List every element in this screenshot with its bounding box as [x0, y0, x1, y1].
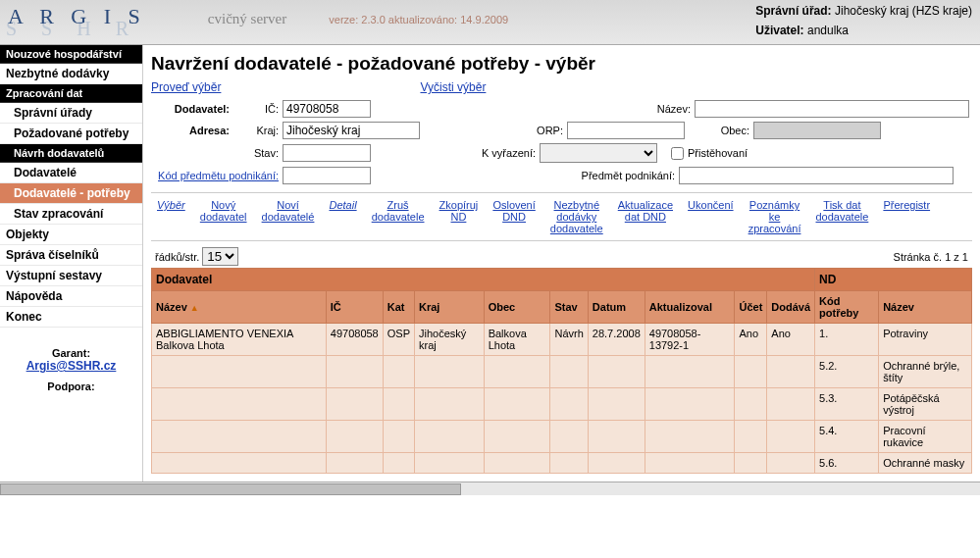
horizontal-scrollbar[interactable] — [0, 482, 980, 495]
act-ukonceni[interactable]: Ukončení — [682, 199, 739, 211]
link-kod-predmetu[interactable]: Kód předmětu podnikání: — [151, 170, 279, 181]
act-vyber[interactable]: Výběr — [151, 199, 191, 211]
lbl-pristehovani: Přistěhovaní — [688, 147, 748, 159]
cell-obec — [484, 421, 550, 453]
cell-obec — [484, 356, 550, 388]
act-detail[interactable]: Detail — [323, 199, 362, 211]
admin-label: Správní úřad: — [755, 4, 831, 18]
nav-spravni[interactable]: Správní úřady — [0, 103, 142, 124]
cell-datum — [588, 453, 645, 474]
cell-akt — [645, 453, 735, 474]
cell-dodava — [767, 356, 815, 388]
main-content: Navržení dodavatelé - požadované potřeby… — [143, 45, 980, 482]
input-kod-predmetu[interactable] — [283, 167, 371, 184]
results-table: Dodavatel ND Název ▲ IČ Kat Kraj Obec St… — [151, 268, 972, 474]
lbl-orp: ORP: — [518, 125, 563, 136]
cell-dodava — [767, 388, 815, 421]
th-obec[interactable]: Obec — [484, 291, 550, 324]
cell-ndnazev: Potápěčská výstroj — [879, 388, 972, 421]
input-predmet[interactable] — [679, 167, 954, 184]
table-row[interactable]: ABBIGLIAMENTO VENEXIA Balkova Lhota49708… — [152, 324, 972, 356]
app-header: S S H R A R G I S cvičný server verze: 2… — [0, 0, 980, 45]
cell-kod: 5.3. — [815, 388, 879, 421]
input-ic[interactable] — [283, 100, 371, 118]
cell-kraj — [414, 421, 484, 453]
user-label: Uživatel: — [755, 24, 803, 37]
scrollbar-thumb[interactable] — [0, 483, 461, 495]
user-value: andulka — [807, 24, 849, 37]
input-nazev[interactable] — [695, 100, 969, 118]
nav-stav[interactable]: Stav zpracování — [0, 204, 142, 225]
th-nazev[interactable]: Název ▲ — [152, 291, 327, 324]
th-kraj[interactable]: Kraj — [414, 291, 484, 324]
input-orp[interactable] — [567, 122, 685, 139]
nav-zpracovani[interactable]: Zpracování dat — [0, 84, 142, 103]
lbl-stav: Stav: — [233, 147, 279, 159]
nav-navrh[interactable]: Návrh dodavatelů — [0, 144, 142, 163]
select-kvyrazeni[interactable] — [540, 143, 657, 163]
cell-stav — [550, 388, 588, 421]
link-proved-vyber[interactable]: Proveď výběr — [151, 80, 221, 94]
cell-akt — [645, 421, 735, 453]
nav-vystup[interactable]: Výstupní sestavy — [0, 266, 142, 286]
act-novi-dodavatele[interactable]: Novídodavatelé — [256, 199, 321, 223]
th-akt[interactable]: Aktualizoval — [645, 291, 735, 324]
act-nezbytne[interactable]: Nezbytnédodávkydodavatele — [544, 199, 609, 234]
chk-pristehovani[interactable] — [671, 147, 684, 160]
nav-nezbytne[interactable]: Nezbytné dodávky — [0, 64, 142, 84]
cell-ic — [326, 388, 383, 421]
nav-dod-potreby[interactable]: Dodavatelé - potřeby — [0, 183, 142, 204]
cell-nazev — [152, 356, 327, 388]
th-dodava[interactable]: Dodává — [767, 291, 815, 324]
cell-ucet — [735, 421, 767, 453]
table-row[interactable]: 5.4.Pracovní rukavice — [152, 421, 972, 453]
nav-pozadovane[interactable]: Požadované potřeby — [0, 124, 142, 144]
th-datum[interactable]: Datum — [588, 291, 645, 324]
th-ucet[interactable]: Účet — [735, 291, 767, 324]
th-kod[interactable]: Kód potřeby — [815, 291, 879, 324]
act-novy-dodavatel[interactable]: Novýdodavatel — [194, 199, 253, 223]
link-vycisti-vyber[interactable]: Vyčisti výběr — [420, 80, 486, 94]
nav-objekty[interactable]: Objekty — [0, 225, 142, 245]
th-kat[interactable]: Kat — [383, 291, 414, 324]
act-zrus[interactable]: Zrušdodavatele — [366, 199, 431, 223]
act-aktualizace[interactable]: Aktualizacedat DND — [612, 199, 679, 223]
nav-konec[interactable]: Konec — [0, 307, 142, 328]
th-ndnazev[interactable]: Název — [879, 291, 972, 324]
nav-nouzove[interactable]: Nouzové hospodářství — [0, 45, 142, 64]
act-osloveni[interactable]: OsloveníDND — [487, 199, 541, 223]
cell-kod: 5.2. — [815, 356, 879, 388]
lbl-rows-per-page: řádků/str. — [155, 251, 199, 263]
input-stav[interactable] — [283, 144, 371, 162]
act-zkopiruj[interactable]: ZkopírujND — [434, 199, 485, 223]
table-row[interactable]: 5.2.Ochranné brýle, štíty — [152, 356, 972, 388]
cell-stav — [550, 421, 588, 453]
act-preregistr[interactable]: Přeregistr — [877, 199, 936, 211]
table-row[interactable]: 5.3.Potápěčská výstroj — [152, 388, 972, 421]
lbl-dodavatel: Dodavatel: — [151, 103, 230, 115]
act-tisk[interactable]: Tisk datdodavatele — [810, 199, 875, 223]
cell-kat — [383, 453, 414, 474]
act-poznamky[interactable]: Poznámkykezpracování — [743, 199, 807, 234]
cell-ic — [326, 356, 383, 388]
cell-akt: 49708058-13792-1 — [645, 324, 735, 356]
nav-napoveda[interactable]: Nápověda — [0, 286, 142, 307]
cell-kat — [383, 388, 414, 421]
cell-kat — [383, 356, 414, 388]
podpora-label: Podpora: — [0, 380, 142, 392]
input-kraj[interactable] — [283, 122, 420, 139]
cell-kat — [383, 421, 414, 453]
select-rows-per-page[interactable]: 15 — [202, 247, 238, 266]
nav-sprava[interactable]: Správa číselníků — [0, 245, 142, 266]
cell-ic: 49708058 — [326, 324, 383, 356]
table-row[interactable]: 5.6.Ochranné masky — [152, 453, 972, 474]
cell-dodava: Ano — [767, 324, 815, 356]
cell-kraj: Jihočeský kraj — [414, 324, 484, 356]
cell-stav — [550, 453, 588, 474]
th-ic[interactable]: IČ — [326, 291, 383, 324]
th-stav[interactable]: Stav — [550, 291, 588, 324]
lbl-nazev: Název: — [645, 103, 691, 115]
garant-link[interactable]: Argis@SSHR.cz — [26, 359, 117, 373]
input-obec[interactable] — [753, 122, 881, 139]
nav-dodavatele[interactable]: Dodavatelé — [0, 163, 142, 183]
